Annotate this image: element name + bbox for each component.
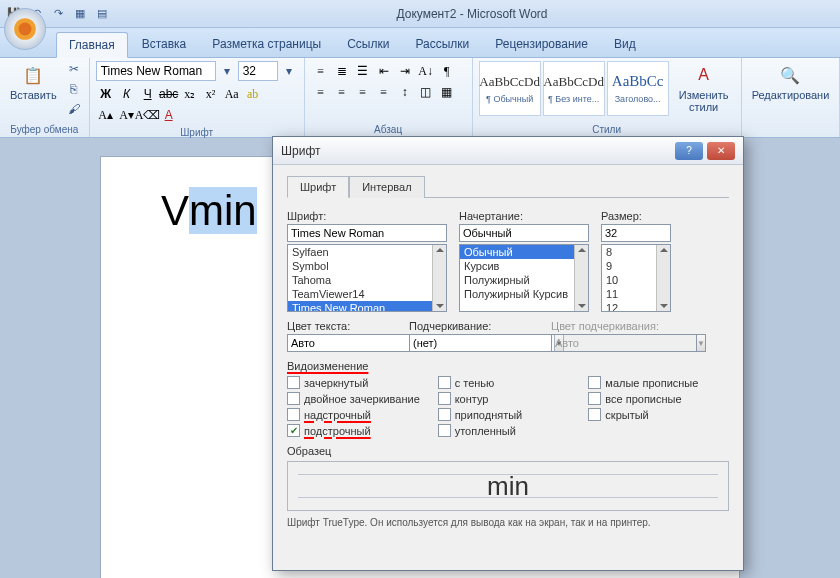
dialog-tab-spacing[interactable]: Интервал (349, 176, 424, 198)
sort-button[interactable]: A↓ (416, 61, 436, 81)
checkbox-icon[interactable] (287, 392, 300, 405)
style-nospacing[interactable]: AaBbCcDd¶ Без инте... (543, 61, 605, 116)
align-right-button[interactable]: ≡ (353, 82, 373, 102)
tab-references[interactable]: Ссылки (335, 32, 401, 57)
format-painter-icon[interactable]: 🖌 (65, 101, 83, 117)
font-size-combo[interactable] (238, 61, 278, 81)
shading-button[interactable]: ◫ (416, 82, 436, 102)
font-color-button[interactable]: A (159, 105, 179, 125)
cut-icon[interactable]: ✂ (65, 61, 83, 77)
checkbox-icon[interactable] (588, 376, 601, 389)
list-item[interactable]: Полужирный Курсив (460, 287, 588, 301)
style-listbox[interactable]: Обычный Курсив Полужирный Полужирный Кур… (459, 244, 589, 312)
list-item[interactable]: Tahoma (288, 273, 446, 287)
checkbox-icon[interactable] (287, 376, 300, 389)
tab-review[interactable]: Рецензирование (483, 32, 600, 57)
decrease-indent-button[interactable]: ⇤ (374, 61, 394, 81)
grow-font-button[interactable]: A▴ (96, 105, 116, 125)
chk-allcaps[interactable]: все прописные (588, 392, 729, 405)
superscript-button[interactable]: x² (201, 84, 221, 104)
style-normal[interactable]: AaBbCcDd¶ Обычный (479, 61, 541, 116)
checkbox-icon[interactable]: ✔ (287, 424, 300, 437)
chk-dblstrike[interactable]: двойное зачеркивание (287, 392, 428, 405)
chk-emboss[interactable]: приподнятый (438, 408, 579, 421)
combo-value[interactable] (409, 334, 555, 352)
size-listbox[interactable]: 8 9 10 11 12 (601, 244, 671, 312)
copy-icon[interactable]: ⎘ (65, 81, 83, 97)
list-item[interactable]: Полужирный (460, 273, 588, 287)
chk-superscript[interactable]: надстрочный (287, 408, 428, 421)
underline-combo[interactable]: ▼ (409, 334, 539, 352)
checkbox-icon[interactable] (588, 408, 601, 421)
style-heading1[interactable]: AaBbCcЗаголово... (607, 61, 669, 116)
paste-button[interactable]: 📋 Вставить (6, 61, 61, 103)
list-item[interactable]: Symbol (288, 259, 446, 273)
multilevel-button[interactable]: ☰ (353, 61, 373, 81)
chk-subscript[interactable]: ✔подстрочный (287, 424, 428, 437)
dialog-titlebar[interactable]: Шрифт ? ✕ (273, 137, 743, 165)
shrink-font-button[interactable]: A▾ (117, 105, 137, 125)
chk-smallcaps[interactable]: малые прописные (588, 376, 729, 389)
chk-hidden[interactable]: скрытый (588, 408, 729, 421)
align-left-button[interactable]: ≡ (311, 82, 331, 102)
justify-button[interactable]: ≡ (374, 82, 394, 102)
borders-button[interactable]: ▦ (437, 82, 457, 102)
checkbox-icon[interactable] (588, 392, 601, 405)
chk-shadow[interactable]: с тенью (438, 376, 579, 389)
chk-engrave[interactable]: утопленный (438, 424, 579, 437)
ribbon-tabs-row: Главная Вставка Разметка страницы Ссылки… (0, 28, 840, 58)
editing-button[interactable]: 🔍 Редактировани (748, 61, 834, 103)
chevron-down-icon[interactable]: ▾ (218, 63, 236, 79)
tab-layout[interactable]: Разметка страницы (200, 32, 333, 57)
font-style-input[interactable] (459, 224, 589, 242)
tab-view[interactable]: Вид (602, 32, 648, 57)
underline-label: Подчеркивание: (409, 320, 539, 332)
chk-strikethrough[interactable]: зачеркнутый (287, 376, 428, 389)
chk-outline[interactable]: контур (438, 392, 579, 405)
font-listbox[interactable]: Sylfaen Symbol Tahoma TeamViewer14 Times… (287, 244, 447, 312)
checkbox-icon[interactable] (438, 376, 451, 389)
align-center-button[interactable]: ≡ (332, 82, 352, 102)
increase-indent-button[interactable]: ⇥ (395, 61, 415, 81)
numbering-button[interactable]: ≣ (332, 61, 352, 81)
qat-icon[interactable]: ▦ (72, 6, 88, 22)
scrollbar[interactable] (656, 245, 670, 311)
checkbox-icon[interactable] (438, 408, 451, 421)
subscript-button[interactable]: x₂ (180, 84, 200, 104)
redo-icon[interactable]: ↷ (50, 6, 66, 22)
dialog-tab-font[interactable]: Шрифт (287, 176, 349, 198)
strike-button[interactable]: abc (159, 84, 179, 104)
italic-button[interactable]: К (117, 84, 137, 104)
font-name-combo[interactable] (96, 61, 216, 81)
dialog-help-button[interactable]: ? (675, 142, 703, 160)
font-color-combo[interactable]: ▼ (287, 334, 397, 352)
bold-button[interactable]: Ж (96, 84, 116, 104)
tab-insert[interactable]: Вставка (130, 32, 199, 57)
dialog-close-button[interactable]: ✕ (707, 142, 735, 160)
list-item[interactable]: Курсив (460, 259, 588, 273)
chevron-down-icon[interactable]: ▾ (280, 63, 298, 79)
bullets-button[interactable]: ≡ (311, 61, 331, 81)
list-item[interactable]: Sylfaen (288, 245, 446, 259)
line-spacing-button[interactable]: ↕ (395, 82, 415, 102)
qat-icon[interactable]: ▤ (94, 6, 110, 22)
tab-mailings[interactable]: Рассылки (403, 32, 481, 57)
scrollbar[interactable] (432, 245, 446, 311)
checkbox-icon[interactable] (438, 424, 451, 437)
highlight-button[interactable]: ab (243, 84, 263, 104)
change-case-button[interactable]: Aa (222, 84, 242, 104)
underline-button[interactable]: Ч (138, 84, 158, 104)
scrollbar[interactable] (574, 245, 588, 311)
font-size-input[interactable] (601, 224, 671, 242)
checkbox-icon[interactable] (438, 392, 451, 405)
change-styles-button[interactable]: A Изменить стили (673, 61, 735, 115)
list-item[interactable]: TeamViewer14 (288, 287, 446, 301)
clear-format-button[interactable]: A⌫ (138, 105, 158, 125)
list-item[interactable]: Times New Roman (288, 301, 446, 312)
font-name-input[interactable] (287, 224, 447, 242)
office-button[interactable] (4, 8, 46, 50)
list-item[interactable]: Обычный (460, 245, 588, 259)
checkbox-icon[interactable] (287, 408, 300, 421)
show-marks-button[interactable]: ¶ (437, 61, 457, 81)
tab-home[interactable]: Главная (56, 32, 128, 58)
